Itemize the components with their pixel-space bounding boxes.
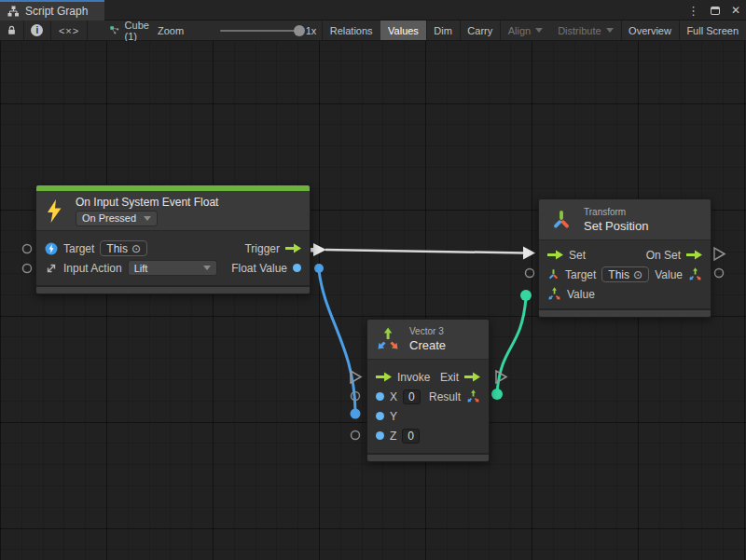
port-event-inputaction-input[interactable] [23,265,32,273]
port-value-input-connected[interactable] [520,290,532,301]
row-set: Set On Set [539,245,711,265]
port-z-input[interactable] [352,431,360,440]
port-set-input-connected[interactable] [523,247,535,260]
node-category: Vector 3 [409,326,446,336]
transform-port-icon [547,268,560,280]
node-title: Set Position [584,219,648,233]
lightning-bolt-icon [46,199,63,223]
x-value-input[interactable]: 0 [403,389,421,404]
invoke-label: Invoke [397,371,430,384]
input-action-label: Input Action [63,262,122,275]
port-event-target-input[interactable] [23,245,32,253]
float-port-icon [376,431,384,440]
trigger-label: Trigger [244,242,280,255]
vector3-node-body: Invoke Exit X 0 Result [367,359,489,453]
on-set-label: On Set [646,249,681,262]
object-picker-icon[interactable]: ⊙ [131,243,141,254]
node-title: On Input System Event Float [76,196,218,209]
row-target: Target This ⊙ Trigger [36,239,310,258]
target-label: Target [63,242,94,255]
node-on-input-system-event-float[interactable]: On Input System Event Float On Pressed T… [35,184,311,294]
vector3-node-header: Vector 3 Create [367,320,489,359]
port-y-input-connected[interactable] [351,409,361,419]
float-port-icon [376,392,384,401]
wire-result-to-value[interactable] [491,290,532,400]
port-floatvalue-output-connected[interactable] [314,264,324,273]
row-target: Target This ⊙ Value [539,265,711,284]
float-value-label: Float Value [231,262,287,275]
wire-floatvalue-to-y[interactable] [314,264,361,419]
exit-label: Exit [440,371,459,384]
set-label: Set [569,249,586,262]
chevron-down-icon [144,216,151,221]
target-object-field[interactable]: This ⊙ [601,266,649,282]
row-invoke: Invoke Exit [367,367,489,387]
row-z: Z 0 [367,426,489,445]
port-setposition-target-input[interactable] [526,269,534,278]
setposition-node-header: Transform Set Position [539,199,711,239]
value-out-label: Value [655,268,683,281]
port-value-output[interactable] [715,269,724,278]
wire-trigger-to-set[interactable] [307,243,535,260]
row-value: Value [539,284,711,304]
player-input-icon [45,242,58,255]
setposition-node-body: Set On Set Target This [539,239,711,308]
flow-arrow-icon [547,250,563,260]
y-label: Y [390,410,397,423]
port-onset-output[interactable] [714,248,725,260]
row-input-action: Input Action Lift Float Value [36,258,310,278]
value-in-label: Value [567,288,595,301]
x-label: X [390,390,397,403]
flow-arrow-icon [686,250,702,260]
setposition-node-footer [539,308,711,317]
float-port-icon [293,264,301,272]
flow-arrow-icon [376,372,392,382]
node-title: Create [409,338,446,352]
vector3-port-icon [547,287,561,301]
transform-icon [550,209,573,231]
result-label: Result [429,390,461,403]
port-result-output-connected[interactable] [491,389,503,400]
z-label: Z [390,430,396,443]
script-graph-window: Script Graph ⋮ ✕ i <×> [0,0,746,560]
node-transform-set-position[interactable]: Transform Set Position Set On Set [538,198,711,318]
object-picker-icon[interactable]: ⊙ [633,269,642,280]
target-label: Target [565,268,596,281]
node-category: Transform [584,207,648,217]
flow-arrow-icon [285,243,301,253]
float-port-icon [376,412,384,420]
event-node-body: Target This ⊙ Trigger [36,230,310,285]
input-action-dropdown[interactable]: Lift [128,260,217,276]
input-action-icon [45,262,58,275]
event-mode-dropdown[interactable]: On Pressed [76,211,158,226]
vector3-node-footer [367,453,489,461]
chevron-down-icon [203,266,211,270]
event-node-header: On Input System Event Float On Pressed [36,191,310,230]
vector3-port-icon [688,267,702,281]
flow-arrow-icon [464,372,480,382]
row-x: X 0 Result [367,387,489,406]
vector3-icon [376,327,400,351]
node-vector3-create[interactable]: Vector 3 Create Invoke Exit [366,319,490,462]
vector3-port-icon [466,389,480,403]
z-value-input[interactable]: 0 [402,429,420,444]
target-object-field[interactable]: This ⊙ [100,240,147,256]
row-y: Y [367,406,489,426]
event-node-footer [36,285,310,294]
